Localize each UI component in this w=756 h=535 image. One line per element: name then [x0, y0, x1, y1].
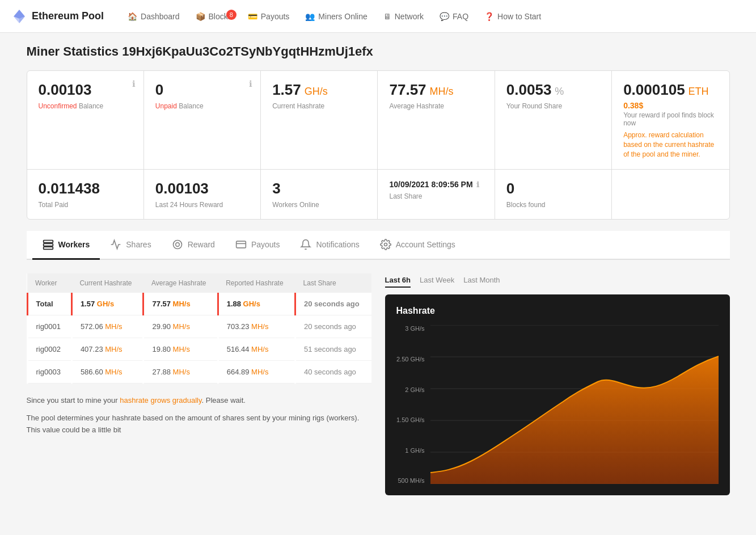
svg-point-7 — [175, 243, 179, 247]
tab-shares[interactable]: Shares — [100, 231, 161, 260]
rig1-reported: 703.23 MH/s — [218, 315, 295, 338]
dashboard-icon: 🏠 — [128, 12, 137, 21]
table-row: rig0002 407.23 MH/s 19.80 MH/s 516.44 MH… — [27, 338, 371, 361]
stat-unpaid: ℹ 0 Unpaid Balance — [144, 71, 261, 169]
rig1-average: 29.90 MH/s — [143, 315, 218, 338]
nav-blocks[interactable]: 📦 Blocks 8 — [189, 7, 239, 26]
time-btn-week[interactable]: Last Week — [420, 273, 454, 288]
y-label-1: 500 MH/s — [396, 477, 425, 484]
stat-last24h: 0.00103 Last 24 Hours Reward — [144, 170, 261, 219]
unpaid-value: 0 — [155, 81, 249, 99]
stat-reward: 0.000105 ETH 0.38$ Your reward if pool f… — [612, 71, 729, 169]
col-worker: Worker — [27, 273, 71, 293]
payouts-tab-icon — [235, 239, 247, 250]
header: Ethereum Pool 🏠 Dashboard 📦 Blocks 8 💳 P… — [0, 0, 756, 33]
eth-logo-icon — [11, 9, 27, 24]
tab-account[interactable]: Account Settings — [370, 231, 466, 260]
total-paid-value: 0.011438 — [39, 180, 132, 197]
y-label-4: 2 GH/s — [396, 386, 425, 393]
svg-point-6 — [173, 241, 181, 249]
hashrate-chart: Hashrate 3 GH/s 2.50 GH/s 2 GH/s 1.50 GH… — [385, 294, 730, 495]
miner-header: Miner Statistics 19Hxj6KpaUu3Co2TSyNbYgq… — [27, 44, 730, 59]
rig3-reported: 664.89 MH/s — [218, 361, 295, 384]
nav-network[interactable]: 🖥 Network — [377, 7, 430, 26]
nav-dashboard[interactable]: 🏠 Dashboard — [121, 7, 187, 26]
miners-icon: 👥 — [305, 12, 315, 21]
stat-round-share: 0.0053 % Your Round Share — [495, 71, 612, 169]
info-icon-lastshare[interactable]: ℹ — [476, 180, 479, 189]
reward-tab-icon — [172, 239, 183, 250]
rig3-average: 27.88 MH/s — [143, 361, 218, 384]
y-label-3: 1.50 GH/s — [396, 416, 425, 423]
total-lastshare: 20 seconds ago — [295, 293, 371, 315]
nav-miners[interactable]: 👥 Miners Online — [298, 7, 374, 26]
nav-faq[interactable]: 💬 FAQ — [433, 7, 475, 26]
svg-rect-5 — [43, 247, 53, 250]
current-hashrate-value: 1.57 GH/s — [272, 81, 366, 99]
workers-label: Workers Online — [272, 201, 366, 209]
workers-table-head: Worker Current Hashrate Average Hashrate… — [27, 273, 371, 293]
reward-sub-text: Your reward if pool finds block now — [623, 111, 717, 127]
stat-average-hashrate: 77.57 MH/s Average Hashrate — [378, 71, 495, 169]
last-share-label: Last Share — [389, 192, 483, 200]
time-btn-6h[interactable]: Last 6h — [385, 273, 411, 288]
round-share-label: Your Round Share — [506, 102, 600, 110]
stat-right-pair: 0.0053 % Your Round Share 0.000105 ETH 0… — [495, 71, 729, 169]
hashrate-link[interactable]: hashrate grows gradually — [120, 396, 201, 405]
blocks-found-value: 0 — [506, 180, 600, 197]
faq-icon: 💬 — [440, 12, 449, 21]
rig1-name: rig0001 — [27, 315, 71, 338]
tab-workers[interactable]: Workers — [32, 231, 100, 260]
info-icon-unpaid[interactable]: ℹ — [249, 79, 252, 89]
nav-payouts[interactable]: 💳 Payouts — [241, 7, 297, 26]
miner-title: Miner Statistics 19Hxj6KpaUu3Co2TSyNbYgq… — [27, 44, 730, 59]
logo-text: Ethereum Pool — [32, 10, 104, 22]
stat-blocks-right: 0 Blocks found — [495, 170, 729, 219]
chart-svg — [430, 325, 719, 484]
nav-how-to[interactable]: ❓ How to Start — [478, 7, 548, 26]
stat-workers: 3 Workers Online — [261, 170, 378, 219]
rig2-current: 407.23 MH/s — [71, 338, 143, 361]
info-text-2: The pool determines your hashrate based … — [27, 412, 371, 436]
reward-value: 0.000105 ETH — [623, 81, 717, 99]
reward-usd: 0.38$ — [623, 101, 717, 110]
rig1-current: 572.06 MH/s — [71, 315, 143, 338]
rig2-reported: 516.44 MH/s — [218, 338, 295, 361]
gear-tab-icon — [380, 239, 391, 250]
average-hashrate-label: Average Hashrate — [389, 102, 483, 110]
stat-last-share: 10/09/2021 8:09:56 PM ℹ Last Share — [378, 170, 495, 219]
how-icon: ❓ — [484, 12, 494, 21]
worker-total-row: Total 1.57 GH/s 77.57 MH/s 1.88 GH/s — [27, 293, 371, 315]
time-btn-month[interactable]: Last Month — [463, 273, 500, 288]
info-text-section: Since you start to mine your hashrate gr… — [27, 395, 371, 436]
logo-area: Ethereum Pool — [11, 9, 104, 24]
y-axis: 3 GH/s 2.50 GH/s 2 GH/s 1.50 GH/s 1 GH/s… — [396, 325, 430, 484]
rig3-name: rig0003 — [27, 361, 71, 384]
blocks-badge: 8 — [226, 10, 236, 20]
info-icon-unconfirmed[interactable]: ℹ — [132, 79, 136, 89]
tab-notifications[interactable]: Notifications — [290, 231, 369, 260]
total-paid-label: Total Paid — [39, 201, 132, 209]
y-label-5: 2.50 GH/s — [396, 356, 425, 363]
total-reported: 1.88 GH/s — [218, 293, 295, 315]
svg-point-10 — [384, 243, 387, 246]
col-current: Current Hashrate — [71, 273, 143, 293]
col-lastshare: Last Share — [295, 273, 371, 293]
tab-payouts[interactable]: Payouts — [225, 231, 290, 260]
rig1-lastshare: 20 seconds ago — [295, 315, 371, 338]
rig2-lastshare: 51 seconds ago — [295, 338, 371, 361]
tab-reward[interactable]: Reward — [162, 231, 225, 260]
reward-approx-text: Approx. reward calculation based on the … — [623, 130, 717, 159]
svg-rect-8 — [236, 242, 246, 248]
workers-section: Worker Current Hashrate Average Hashrate… — [27, 273, 371, 495]
rig2-average: 19.80 MH/s — [143, 338, 218, 361]
blocks-icon: 📦 — [196, 12, 205, 21]
info-text-1: Since you start to mine your hashrate gr… — [27, 395, 371, 407]
unconfirmed-label: Unconfirmed Balance — [39, 102, 132, 110]
stats-container: ℹ 0.00103 Unconfirmed Balance ℹ 0 Unpaid — [27, 70, 730, 220]
workers-value: 3 — [272, 180, 366, 197]
chart-body: 3 GH/s 2.50 GH/s 2 GH/s 1.50 GH/s 1 GH/s… — [396, 325, 719, 484]
bell-tab-icon — [300, 239, 311, 250]
y-label-2: 1 GH/s — [396, 447, 425, 454]
chart-time-selector: Last 6h Last Week Last Month — [385, 273, 730, 288]
